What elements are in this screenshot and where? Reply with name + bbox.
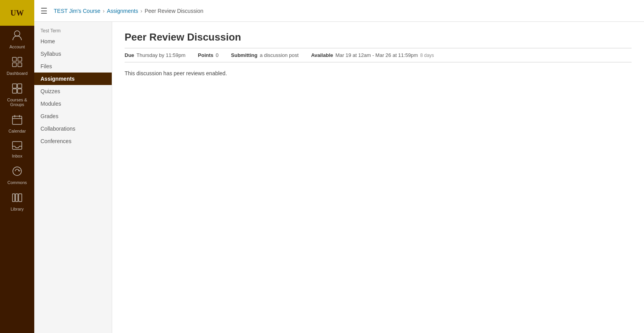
account-label: Account (9, 44, 25, 49)
course-nav-files[interactable]: Files (34, 60, 112, 73)
top-header: ☰ TEST Jim's Course › Assignments › Peer… (34, 0, 644, 22)
content-area: Test Term Home Syllabus Files Assignment… (34, 22, 644, 333)
svg-rect-11 (12, 116, 22, 124)
course-nav-grades[interactable]: Grades (34, 110, 112, 122)
svg-rect-10 (18, 89, 22, 93)
nav-item-library[interactable]: Library (0, 189, 34, 215)
points-value: 0 (216, 52, 218, 58)
svg-rect-15 (12, 142, 22, 149)
courses-icon (12, 83, 22, 96)
meta-submitting: Submitting a discussion post (231, 52, 299, 58)
inbox-label: Inbox (12, 154, 23, 158)
course-nav: Test Term Home Syllabus Files Assignment… (34, 22, 112, 333)
svg-rect-17 (12, 194, 15, 202)
nav-item-dashboard[interactable]: Dashboard (0, 53, 34, 80)
global-nav: UW Account Dashboard Courses & Groups Ca… (0, 0, 34, 333)
svg-rect-19 (19, 194, 22, 202)
main-wrapper: ☰ TEST Jim's Course › Assignments › Peer… (34, 0, 644, 333)
available-label: Available (311, 52, 333, 58)
courses-label: Courses & Groups (0, 97, 34, 107)
svg-rect-5 (12, 63, 16, 67)
account-icon (12, 30, 23, 43)
commons-label: Commons (7, 180, 27, 185)
dashboard-icon (12, 57, 22, 69)
meta-due: Due Thursday by 11:59pm (125, 52, 185, 58)
assignment-meta-bar: Due Thursday by 11:59pm Points 0 Submitt… (125, 48, 632, 62)
meta-available: Available Mar 19 at 12am - Mar 26 at 11:… (311, 52, 434, 58)
svg-rect-18 (16, 194, 18, 202)
page-content: Peer Review Discussion Due Thursday by 1… (112, 22, 644, 333)
available-days: 8 days (420, 53, 434, 58)
submitting-value: a discussion post (260, 52, 299, 58)
points-label: Points (198, 52, 213, 58)
calendar-label: Calendar (9, 129, 26, 133)
due-value: Thursday by 11:59pm (137, 52, 186, 58)
svg-text:UW: UW (11, 9, 24, 17)
course-nav-quizzes[interactable]: Quizzes (34, 85, 112, 97)
nav-item-account[interactable]: Account (0, 26, 34, 53)
term-label: Test Term (34, 25, 112, 35)
course-nav-collaborations[interactable]: Collaborations (34, 122, 112, 135)
course-nav-conferences[interactable]: Conferences (34, 135, 112, 147)
calendar-icon (12, 115, 22, 127)
peer-review-notice: This discussion has peer reviews enabled… (125, 70, 632, 76)
svg-rect-9 (12, 89, 17, 93)
nav-item-commons[interactable]: Commons (0, 162, 34, 189)
hamburger-icon[interactable]: ☰ (40, 6, 48, 16)
library-label: Library (11, 207, 24, 211)
submitting-label: Submitting (231, 52, 257, 58)
breadcrumb-course[interactable]: TEST Jim's Course (54, 8, 100, 14)
course-nav-assignments[interactable]: Assignments (34, 73, 112, 85)
due-label: Due (125, 52, 134, 58)
meta-points: Points 0 (198, 52, 218, 58)
course-nav-syllabus[interactable]: Syllabus (34, 48, 112, 60)
nav-item-inbox[interactable]: Inbox (0, 137, 34, 162)
inbox-icon (12, 141, 22, 152)
course-nav-modules[interactable]: Modules (34, 97, 112, 110)
breadcrumb-current: Peer Review Discussion (144, 8, 203, 14)
svg-rect-8 (18, 84, 22, 88)
svg-point-2 (14, 31, 20, 36)
breadcrumb-sep-2: › (141, 8, 143, 14)
nav-item-calendar[interactable]: Calendar (0, 111, 34, 137)
page-title: Peer Review Discussion (125, 31, 632, 43)
commons-icon (12, 166, 22, 179)
uw-logo[interactable]: UW (0, 0, 34, 26)
svg-rect-4 (18, 57, 22, 61)
svg-rect-7 (12, 84, 17, 88)
svg-point-16 (13, 167, 21, 175)
dashboard-label: Dashboard (7, 71, 28, 76)
course-nav-home[interactable]: Home (34, 35, 112, 48)
breadcrumb-assignments[interactable]: Assignments (107, 8, 138, 14)
breadcrumb: TEST Jim's Course › Assignments › Peer R… (54, 8, 203, 14)
breadcrumb-sep-1: › (103, 8, 105, 14)
available-value: Mar 19 at 12am - Mar 26 at 11:59pm (336, 52, 418, 58)
svg-rect-6 (18, 63, 22, 67)
library-icon (12, 193, 22, 205)
svg-rect-3 (12, 57, 16, 61)
nav-item-courses[interactable]: Courses & Groups (0, 80, 34, 111)
